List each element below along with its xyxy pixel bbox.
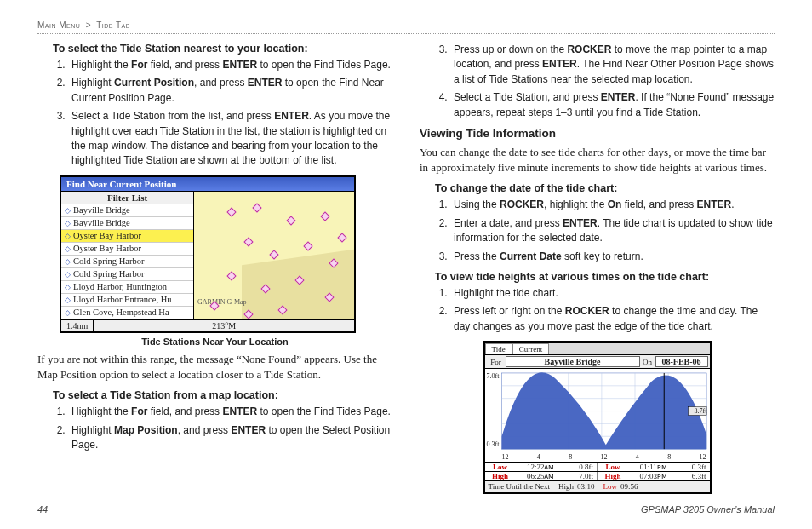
tab-tide[interactable]: Tide	[485, 343, 512, 354]
for-field[interactable]: Bayville Bridge	[506, 356, 640, 367]
tide-station-marker-icon[interactable]	[286, 216, 295, 225]
on-label: On	[640, 358, 655, 366]
page-number: 44	[37, 504, 48, 515]
right-column: Press up or down on the ROCKER to move t…	[420, 43, 775, 499]
map-view[interactable]: GARMIN G-Map	[194, 192, 354, 319]
tide-station-marker-icon[interactable]	[226, 271, 236, 280]
step: Select a Tide Station, and press ENTER. …	[450, 90, 775, 120]
step: Using the ROCKER, highlight the On field…	[450, 198, 775, 212]
list-item[interactable]: ◇Cold Spring Harbor	[61, 268, 193, 281]
step: Highlight Map Position, and press ENTER …	[68, 423, 392, 453]
x-tick: 4	[636, 453, 639, 461]
body-paragraph: You can change the date to see tide char…	[420, 145, 775, 175]
x-tick: 12	[600, 453, 607, 461]
filter-list-button[interactable]: Filter List	[61, 192, 193, 204]
list-item[interactable]: ◇Glen Cove, Hempstead Ha	[61, 307, 193, 319]
for-label: For	[487, 358, 506, 366]
crumb-tide-tab: Tide Tab	[96, 20, 130, 30]
list-item[interactable]: ◇Oyster Bay Harbor	[61, 230, 193, 243]
left-column: To select the Tide Station nearest to yo…	[37, 43, 392, 499]
list-item[interactable]: ◇Oyster Bay Harbor	[61, 243, 193, 256]
step: Highlight the For field, and press ENTER…	[68, 405, 392, 419]
y-max: 7.0ft	[487, 372, 500, 380]
step: Select a Tide Station from the list, and…	[68, 109, 392, 169]
heading-select-nearest: To select the Tide Station nearest to yo…	[37, 43, 392, 55]
tide-station-marker-icon[interactable]	[243, 237, 253, 246]
step: Press the Current Date soft key to retur…	[450, 250, 775, 264]
figure-tide-chart: Tide Current For Bayville Bridge On 08-F…	[420, 341, 775, 494]
tide-station-marker-icon[interactable]	[337, 233, 346, 242]
step: Press left or right on the ROCKER to cha…	[450, 304, 775, 334]
steps-select-from-map: Highlight the For field, and press ENTER…	[68, 405, 392, 452]
heading-change-date: To change the date of the tide chart:	[420, 182, 775, 194]
x-tick: 4	[537, 453, 540, 461]
body-paragraph: If you are not within this range, the me…	[37, 352, 392, 382]
map-footer: 1.4nm 213°M	[61, 319, 354, 331]
list-item[interactable]: ◇Lloyd Harbor Entrance, Hu	[61, 294, 193, 307]
low1-cell: Low12:22ᴀᴍ0.8ft	[485, 463, 598, 471]
list-item[interactable]: ◇Cold Spring Harbor	[61, 256, 193, 268]
high1-cell: High06:25ᴀᴍ7.0ft	[485, 472, 598, 480]
crumb-main-menu: Main Menu	[37, 20, 80, 30]
tide-station-marker-icon[interactable]	[252, 203, 261, 212]
x-tick: 12	[699, 453, 706, 461]
tide-plot[interactable]: 7.0ft 0.3ft 3.7ft 1248124812	[485, 369, 710, 463]
list-item[interactable]: ◇Bayville Bridge	[61, 217, 193, 230]
x-tick: 8	[667, 453, 671, 461]
tide-station-marker-icon[interactable]	[320, 211, 329, 221]
tab-row: Tide Current	[485, 343, 710, 355]
distance-value: 1.4nm	[61, 320, 94, 331]
tide-station-marker-icon[interactable]	[226, 207, 236, 216]
window-title: Find Near Current Position	[61, 177, 354, 192]
steps-select-from-map-cont: Press up or down on the ROCKER to move t…	[450, 43, 775, 120]
breadcrumb: Main Menu > Tide Tab	[37, 20, 775, 30]
marker-value: 3.7ft	[695, 407, 707, 415]
map-attribution: GARMIN G-Map	[197, 298, 247, 306]
page-footer: 44 GPSMAP 3205 Owner’s Manual	[37, 504, 775, 515]
step: Enter a date, and press ENTER. The tide …	[450, 216, 775, 246]
time-until-next-row: Time Until the Next High03:10 Low09:56	[485, 481, 710, 492]
steps-select-nearest: Highlight the For field, and press ENTER…	[68, 58, 392, 169]
low2-cell: Low01:11ᴘᴍ0.3ft	[598, 463, 710, 471]
step: Press up or down on the ROCKER to move t…	[450, 43, 775, 87]
bearing-value: 213°M	[94, 320, 354, 331]
step: Highlight the For field, and press ENTER…	[68, 58, 392, 72]
x-tick: 8	[569, 453, 572, 461]
steps-view-heights: Highlight the tide chart. Press left or …	[450, 286, 775, 334]
list-item[interactable]: ◇Bayville Bridge	[61, 204, 193, 217]
figure-caption: Tide Stations Near Your Location	[37, 336, 392, 347]
station-list: Filter List ◇Bayville Bridge◇Bayville Br…	[61, 192, 194, 319]
header-divider	[37, 33, 775, 34]
tide-station-marker-icon[interactable]	[303, 241, 312, 250]
heading-view-heights: To view tide heights at various times on…	[420, 271, 775, 283]
crumb-sep: >	[86, 20, 91, 30]
y-min: 0.3ft	[487, 440, 500, 448]
tab-current[interactable]: Current	[512, 343, 550, 354]
manual-title: GPSMAP 3205 Owner’s Manual	[641, 504, 775, 515]
figure-tide-stations-map: Find Near Current Position Filter List ◇…	[37, 175, 392, 347]
list-item[interactable]: ◇Lloyd Harbor, Huntington	[61, 281, 193, 294]
steps-change-date: Using the ROCKER, highlight the On field…	[450, 198, 775, 264]
section-viewing-tide: Viewing Tide Information	[420, 127, 775, 140]
step: Highlight the tide chart.	[450, 286, 775, 301]
tide-station-marker-icon[interactable]	[269, 250, 278, 259]
on-field[interactable]: 08-FEB-06	[655, 356, 708, 367]
step: Highlight Current Position, and press EN…	[68, 76, 392, 106]
x-tick: 12	[502, 453, 509, 461]
heading-select-from-map: To select a Tide Station from a map loca…	[37, 389, 392, 401]
high2-cell: High07:03ᴘᴍ6.3ft	[598, 472, 710, 480]
